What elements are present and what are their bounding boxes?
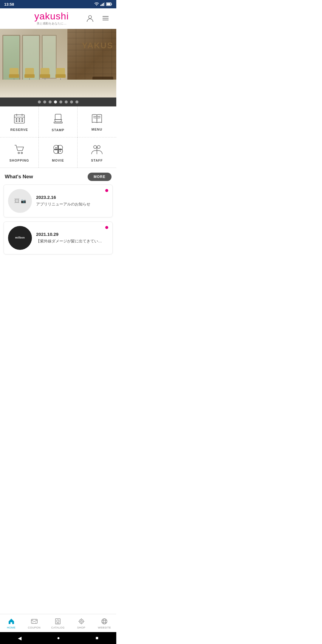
svg-line-26 — [97, 116, 100, 117]
status-bar: 13:58 — [0, 0, 116, 8]
whats-new-title: What's New — [5, 174, 33, 180]
dot-8[interactable] — [75, 100, 78, 103]
svg-point-28 — [18, 152, 19, 154]
news-dot-1 — [105, 189, 108, 192]
svg-rect-20 — [21, 120, 23, 122]
dot-2[interactable] — [43, 100, 46, 103]
thumb-placeholder: 🖼 📷 — [14, 198, 26, 204]
grid-item-reserve[interactable]: RESERVE — [0, 106, 39, 137]
news-thumb-2: milbon — [8, 226, 32, 250]
news-date-1: 2023.2.16 — [36, 195, 108, 200]
wifi-icon — [94, 2, 99, 6]
signal-icon — [100, 2, 105, 6]
grid-item-menu[interactable]: MENU — [78, 106, 116, 137]
stamp-label: STAMP — [52, 128, 64, 132]
svg-point-7 — [89, 16, 92, 18]
svg-rect-3 — [104, 2, 105, 6]
menu-label: MENU — [92, 128, 102, 131]
dot-7[interactable] — [70, 100, 73, 103]
menu-button[interactable] — [100, 13, 111, 24]
calendar-icon — [14, 113, 25, 126]
news-text-2: 【紫外線ダメージが髪に出てきてい… — [36, 239, 108, 244]
more-button[interactable]: MORE — [88, 173, 112, 181]
hamburger-icon — [101, 14, 110, 22]
battery-icon — [106, 2, 112, 6]
svg-rect-17 — [21, 118, 23, 120]
stamp-icon — [53, 113, 64, 126]
news-content-1: 2023.2.16 アプリリニューアルのお知らせ — [36, 195, 108, 207]
grid-item-staff[interactable]: STAFF — [78, 137, 116, 168]
staff-icon — [91, 144, 103, 156]
svg-rect-1 — [102, 4, 103, 6]
dot-6[interactable] — [65, 100, 68, 103]
yakushi-sign: YAKUS — [79, 38, 116, 53]
status-time: 13:58 — [4, 2, 14, 7]
grid-item-movie[interactable]: MOVIE — [39, 137, 78, 168]
movie-label: MOVIE — [52, 159, 64, 162]
svg-rect-18 — [16, 120, 17, 122]
svg-line-25 — [93, 118, 96, 118]
news-card-2[interactable]: milbon 2021.10.29 【紫外線ダメージが髪に出てきてい… — [4, 222, 113, 254]
shopping-label: SHOPPING — [9, 159, 29, 162]
user-icon — [86, 14, 94, 22]
hero-image: YAKUS — [0, 29, 116, 97]
logo-text: yakushi — [34, 11, 69, 21]
grid-item-stamp[interactable]: STAMP — [39, 106, 78, 137]
svg-point-37 — [97, 145, 100, 148]
status-icons — [94, 2, 112, 6]
news-dot-2 — [105, 226, 108, 229]
svg-rect-0 — [100, 5, 101, 6]
video-icon — [52, 144, 64, 156]
news-text-1: アプリリニューアルのお知らせ — [36, 202, 108, 207]
svg-point-29 — [21, 152, 22, 154]
news-content-2: 2021.10.29 【紫外線ダメージが髪に出てきてい… — [36, 232, 108, 244]
svg-rect-5 — [107, 3, 111, 5]
reserve-label: RESERVE — [10, 128, 28, 131]
header-icons — [85, 13, 111, 24]
news-date-2: 2021.10.29 — [36, 232, 108, 237]
dot-1[interactable] — [38, 100, 41, 103]
svg-point-36 — [94, 145, 97, 148]
svg-rect-6 — [112, 4, 112, 5]
news-card-1[interactable]: 🖼 📷 2023.2.16 アプリリニューアルのお知らせ — [4, 185, 113, 217]
svg-rect-22 — [54, 122, 62, 123]
whats-new-section: What's New MORE — [0, 168, 116, 185]
staff-label: STAFF — [91, 159, 103, 162]
svg-rect-15 — [16, 118, 17, 120]
salon-floor — [0, 80, 116, 97]
logo-area: yakushi 美と感動をあなたに… — [34, 11, 69, 26]
profile-button[interactable] — [85, 13, 95, 24]
thumb-dark-content: milbon — [15, 236, 25, 240]
news-thumb-1: 🖼 📷 — [8, 189, 32, 213]
book-icon — [91, 114, 103, 125]
svg-line-27 — [97, 118, 100, 118]
svg-rect-16 — [18, 118, 20, 120]
svg-rect-35 — [58, 145, 59, 154]
dot-4-active[interactable] — [54, 100, 57, 103]
grid-item-shopping[interactable]: SHOPPING — [0, 137, 39, 168]
svg-line-24 — [93, 116, 96, 117]
grid-menu: RESERVE STAMP MENU — [0, 106, 116, 168]
logo-subtitle: 美と感動をあなたに… — [37, 21, 66, 26]
svg-rect-21 — [55, 114, 61, 120]
dot-5[interactable] — [59, 100, 62, 103]
dot-3[interactable] — [49, 100, 52, 103]
cart-icon — [14, 144, 25, 156]
svg-rect-2 — [103, 3, 104, 6]
header: yakushi 美と感動をあなたに… — [0, 8, 116, 29]
carousel-dots — [0, 97, 116, 106]
svg-rect-19 — [18, 120, 20, 122]
